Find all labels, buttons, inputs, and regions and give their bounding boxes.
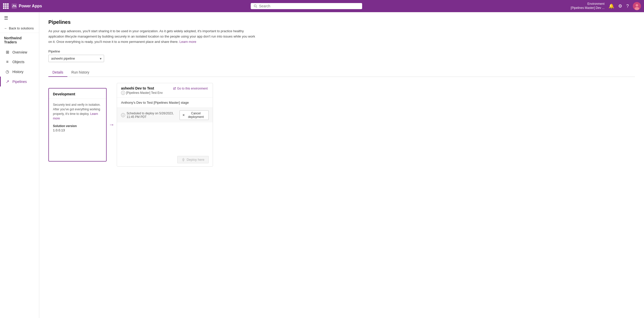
help-icon[interactable]: ? <box>626 4 629 9</box>
deploy-title: asheehi Dev to Test <box>121 86 163 90</box>
stage-name-value: Anthony's Dev to Test [Pipelines Master]… <box>121 101 189 104</box>
deploy-here-label: Deploy here <box>187 158 204 162</box>
pipeline-stages: Development Securely test and verify in … <box>48 83 635 167</box>
deploy-here-button[interactable]: Deploy here <box>177 156 209 163</box>
app-logo: Power Apps <box>12 4 42 9</box>
search-input[interactable] <box>259 4 359 8</box>
rocket-icon <box>182 158 185 162</box>
environment-info: Environment [Pipelines Master] Dev ... <box>571 2 604 10</box>
svg-line-2 <box>256 7 257 7</box>
environment-name: [Pipelines Master] Dev ... <box>571 6 604 10</box>
history-icon: ◷ <box>5 69 10 74</box>
back-to-solutions[interactable]: ← Back to solutions <box>0 24 39 33</box>
sidebar-item-overview[interactable]: ⊞ Overview <box>0 47 39 57</box>
pipeline-select[interactable]: asheehi pipeline <box>48 55 104 62</box>
back-label: Back to solutions <box>9 26 34 30</box>
stage-arrow: → <box>107 121 117 128</box>
settings-icon[interactable]: ⚙ <box>618 3 622 9</box>
tab-details[interactable]: Details <box>48 68 67 77</box>
pipelines-label: Pipelines <box>12 80 27 84</box>
cancel-label: Cancel deployment <box>186 112 206 119</box>
notification-icon[interactable]: 🔔 <box>609 3 614 9</box>
stage-body: Securely test and verify in isolation. A… <box>49 99 106 136</box>
search-icon <box>254 4 257 8</box>
tabs: Details Run history <box>48 68 635 77</box>
stage-name: Development <box>53 92 102 96</box>
sidebar-item-objects[interactable]: ≡ Objects <box>0 57 39 67</box>
deploy-footer: Deploy here <box>117 153 213 166</box>
app-name: Power Apps <box>19 4 42 8</box>
objects-icon: ≡ <box>5 60 10 64</box>
go-to-environment-button[interactable]: Go to this environment <box>172 86 209 91</box>
solution-version: 1.0.0.13 <box>53 128 102 132</box>
svg-point-4 <box>636 4 638 7</box>
search-area <box>42 3 571 9</box>
deploy-env: i [Pipelines Master] Test Env <box>121 91 163 95</box>
scheduled-text: Scheduled to deploy on 5/26/2023, 11:45 … <box>127 112 180 119</box>
sidebar-item-pipelines[interactable]: ↗ Pipelines <box>0 77 39 86</box>
pipelines-icon: ↗ <box>5 79 10 84</box>
sidebar: ☰ ← Back to solutions Northwind Traders … <box>0 12 39 318</box>
go-to-env-label: Go to this environment <box>177 87 208 90</box>
stage-name-row: Anthony's Dev to Test [Pipelines Master]… <box>117 98 213 108</box>
history-label: History <box>12 70 24 74</box>
deployment-stage-card: asheehi Dev to Test i [Pipelines Master]… <box>117 83 213 167</box>
tab-run-history[interactable]: Run history <box>67 68 93 77</box>
content-area: Pipelines As your app advances, you'll s… <box>39 12 644 318</box>
environment-label: Environment <box>571 2 604 6</box>
deploy-title-area: asheehi Dev to Test i [Pipelines Master]… <box>121 86 163 95</box>
development-stage-card: Development Securely test and verify in … <box>48 88 107 162</box>
scheduled-info: i Scheduled to deploy on 5/26/2023, 11:4… <box>121 112 180 119</box>
sidebar-app-name: Northwind Traders <box>0 33 39 47</box>
pipeline-label: Pipeline <box>48 49 635 53</box>
stage-description: Securely test and verify in isolation. A… <box>53 102 102 121</box>
scheduled-row: i Scheduled to deploy on 5/26/2023, 11:4… <box>117 108 213 122</box>
sidebar-item-history[interactable]: ◷ History <box>0 67 39 77</box>
env-info-icon: i <box>121 91 125 95</box>
waffle-icon[interactable] <box>3 3 9 9</box>
scheduled-info-icon: i <box>121 113 125 117</box>
page-title: Pipelines <box>48 19 635 25</box>
svg-point-5 <box>635 7 639 10</box>
description-text: As your app advances, you'll start shari… <box>48 29 256 44</box>
pipeline-select-wrapper: asheehi pipeline ▾ <box>48 55 104 62</box>
cancel-deployment-button[interactable]: ✕ Cancel deployment <box>180 110 209 120</box>
sidebar-nav: ⊞ Overview ≡ Objects ◷ History ↗ Pipelin… <box>0 47 39 86</box>
back-arrow-icon: ← <box>4 26 7 30</box>
main-layout: ☰ ← Back to solutions Northwind Traders … <box>0 12 644 318</box>
overview-icon: ⊞ <box>5 50 10 55</box>
overview-label: Overview <box>12 50 27 54</box>
hamburger-icon[interactable]: ☰ <box>0 12 39 24</box>
cancel-x-icon: ✕ <box>182 113 185 117</box>
env-name: [Pipelines Master] Test Env <box>126 91 163 95</box>
external-link-icon <box>173 87 176 90</box>
objects-label: Objects <box>12 60 24 64</box>
deploy-header: asheehi Dev to Test i [Pipelines Master]… <box>117 83 213 98</box>
learn-more-link[interactable]: Learn more <box>179 40 196 44</box>
stage-header: Development <box>49 89 106 99</box>
search-box[interactable] <box>251 3 362 9</box>
solution-version-label: Solution version <box>53 124 102 128</box>
topbar: Power Apps Environment [Pipelines Master… <box>0 0 644 12</box>
avatar[interactable] <box>633 2 641 10</box>
topbar-right: Environment [Pipelines Master] Dev ... 🔔… <box>571 2 641 10</box>
svg-point-6 <box>183 159 184 160</box>
